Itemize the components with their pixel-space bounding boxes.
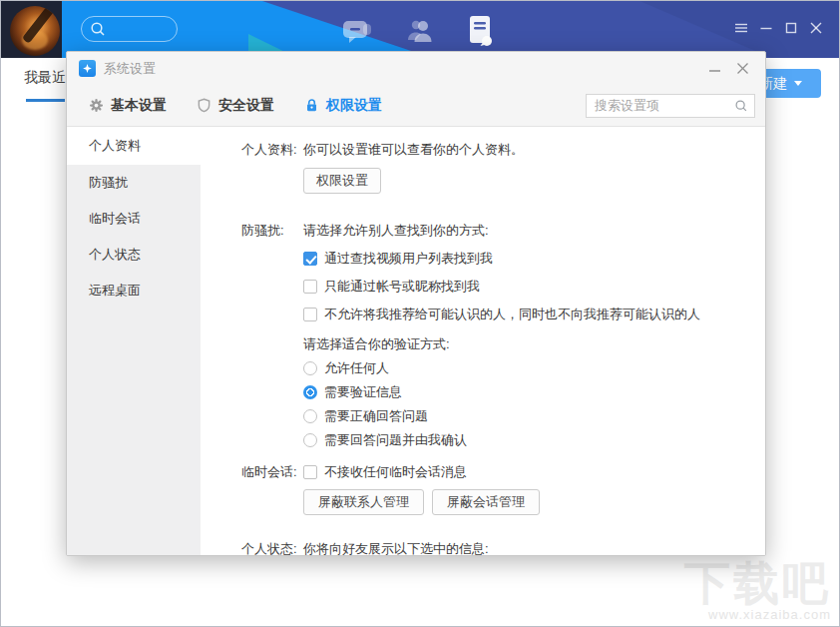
sidebar-item-anti-harassment[interactable]: 防骚扰 [67,165,201,201]
checkbox-label: 不允许将我推荐给可能认识的人，同时也不向我推荐可能认识的人 [324,306,700,323]
settings-search-input[interactable] [587,97,734,114]
settings-content: 个人资料: 你可以设置谁可以查看你的个人资料。 权限设置 防骚扰: 请选择允许别… [201,127,765,555]
avatar-background [1,1,62,61]
checkbox-row-account-only[interactable]: 只能通过帐号或昵称找到我 [303,278,747,296]
checkbox-label: 只能通过帐号或昵称找到我 [324,278,480,296]
tab-security-label: 安全设置 [218,97,274,115]
contacts-icon[interactable] [404,17,436,45]
sidebar-item-label: 临时会话 [89,210,141,228]
tab-basic-settings[interactable]: 基本设置 [89,97,167,115]
radio-label: 需要回答问题并由我确认 [324,431,467,449]
radio-unselected[interactable] [303,433,317,447]
radio-row-allow-anyone[interactable]: 允许任何人 [303,359,747,377]
blocked-contacts-button[interactable]: 屏蔽联系人管理 [303,489,424,515]
lock-icon [304,98,319,113]
dialog-minimize-icon[interactable] [703,59,725,79]
sidebar-item-label: 个人状态 [89,246,141,264]
menu-icon[interactable] [734,21,748,35]
checkbox-row-no-temp-messages[interactable]: 不接收任何临时会话消息 [303,463,747,481]
sidebar-item-label: 远程桌面 [89,282,141,300]
tab-permission-label: 权限设置 [326,97,382,115]
verify-title: 请选择适合你的验证方式: [303,335,747,353]
tab-security-settings[interactable]: 安全设置 [197,97,274,115]
section-label: 个人状态: [241,541,303,555]
settings-search[interactable] [586,94,755,118]
section-anti-harassment: 防骚扰: 请选择允许别人查找到你的方式: 通过查找视频用户列表找到我 只能通过帐… [241,222,747,449]
find-methods-title: 请选择允许别人查找到你的方式: [303,222,747,240]
close-icon[interactable] [809,21,823,35]
section-profile: 个人资料: 你可以设置谁可以查看你的个人资料。 权限设置 [241,141,747,194]
checkbox-row-no-recommend[interactable]: 不允许将我推荐给可能认识的人，同时也不向我推荐可能认识的人 [303,306,747,323]
section-label: 个人资料: [241,141,303,194]
app-header [1,1,840,58]
minimize-icon[interactable] [759,21,773,35]
chevron-down-icon [794,81,802,86]
radio-label: 允许任何人 [324,359,389,377]
checkbox-label: 通过查找视频用户列表找到我 [324,250,493,268]
watermark-url: www.xiazaiba.com [684,607,831,622]
radio-label: 需要正确回答问题 [324,407,428,425]
tab-recent[interactable]: 我最近 [24,69,66,87]
dialog-sidebar: 个人资料 防骚扰 临时会话 个人状态 远程桌面 [67,127,201,555]
search-icon [90,21,106,37]
settings-dialog: 系统设置 [66,51,766,556]
checkbox-row-video-list[interactable]: 通过查找视频用户列表找到我 [303,250,747,268]
dialog-title: 系统设置 [104,60,156,78]
settings-star-icon [79,60,96,77]
tab-recent-active-indicator [26,99,65,102]
radio-unselected[interactable] [303,409,317,423]
sidebar-item-temp-session[interactable]: 临时会话 [67,201,201,237]
sidebar-item-label: 防骚扰 [89,174,128,192]
header-search[interactable] [81,16,178,42]
dialog-titlebar[interactable]: 系统设置 [67,52,765,85]
tab-permission-settings[interactable]: 权限设置 [304,97,382,115]
radio-row-need-verification[interactable]: 需要验证信息 [303,383,747,401]
sidebar-item-remote-desktop[interactable]: 远程桌面 [67,273,201,309]
sidebar-item-profile[interactable]: 个人资料 [67,127,201,165]
dialog-tab-bar: 基本设置 安全设置 权限设置 [67,85,765,127]
radio-label: 需要验证信息 [324,383,402,401]
radio-unselected[interactable] [303,361,317,375]
gear-icon [89,98,104,113]
chat-icon[interactable] [341,17,373,45]
docs-icon[interactable] [467,14,495,47]
app-window: 我最近 新建 下载吧 www.xiazaiba.com 系统设置 [0,0,840,627]
section-personal-status: 个人状态: 你将向好友展示以下选中的信息: [241,541,747,555]
checkbox-checked[interactable] [303,252,317,266]
window-controls [734,21,823,35]
radio-selected[interactable] [303,385,317,399]
header-search-input[interactable] [106,21,170,37]
shield-icon [197,98,211,113]
dialog-body: 个人资料 防骚扰 临时会话 个人状态 远程桌面 个人资料: [67,127,765,555]
watermark-title: 下载吧 [684,559,831,607]
sidebar-item-label: 个人资料 [89,137,141,155]
permission-settings-button[interactable]: 权限设置 [303,168,381,194]
checkbox-unchecked[interactable] [303,465,317,479]
tab-basic-label: 基本设置 [111,97,167,115]
watermark: 下载吧 www.xiazaiba.com [684,559,831,622]
search-icon [734,99,754,113]
checkbox-unchecked[interactable] [303,280,317,294]
section-label: 防骚扰: [241,222,303,449]
section-label: 临时会话: [241,463,303,515]
status-description: 你将向好友展示以下选中的信息: [303,541,747,555]
profile-description: 你可以设置谁可以查看你的个人资料。 [303,141,747,159]
maximize-icon[interactable] [784,21,798,35]
radio-row-answer-and-confirm[interactable]: 需要回答问题并由我确认 [303,431,747,449]
section-temp-session: 临时会话: 不接收任何临时会话消息 屏蔽联系人管理 屏蔽会话管理 [241,463,747,515]
avatar[interactable] [10,6,60,56]
radio-row-answer-question[interactable]: 需要正确回答问题 [303,407,747,425]
blocked-sessions-button[interactable]: 屏蔽会话管理 [432,489,540,515]
checkbox-unchecked[interactable] [303,308,317,321]
dialog-close-icon[interactable] [731,59,753,79]
checkbox-label: 不接收任何临时会话消息 [324,463,467,481]
sidebar-item-personal-status[interactable]: 个人状态 [67,237,201,273]
